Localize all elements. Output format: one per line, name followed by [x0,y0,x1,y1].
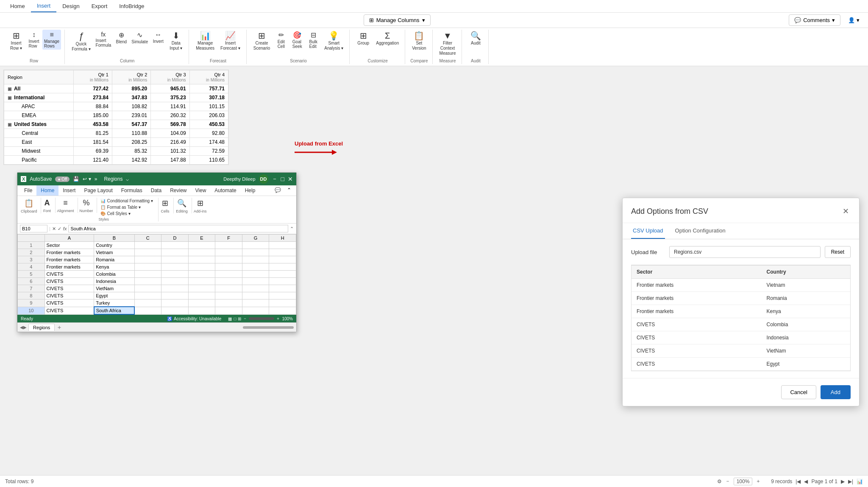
filter-context-button[interactable]: ▼ FilterContextMeasure [437,30,459,58]
excel-view-normal-icon[interactable]: ▦ [228,316,232,321]
excel-conditional-formatting-button[interactable]: 📊 Conditional Formatting ▾ [99,198,155,204]
excel-menu-review[interactable]: Review [166,185,191,196]
excel-cell-empty[interactable] [188,249,215,256]
excel-cell-empty[interactable] [269,249,296,256]
aggregation-button[interactable]: Σ Aggregation [373,30,401,48]
excel-cell-empty[interactable] [161,299,189,307]
excel-menu-pagelayout[interactable]: Page Layout [80,185,117,196]
excel-cell-empty[interactable] [134,249,161,256]
excel-cell-empty[interactable] [188,278,215,285]
excel-cell-empty[interactable] [161,292,189,299]
excel-menu-file[interactable]: File [20,185,36,196]
excel-number-button[interactable]: % [81,198,92,208]
excel-menu-automate[interactable]: Automate [210,185,240,196]
excel-autosave-toggle[interactable]: ● Off [55,176,70,182]
excel-cell-empty[interactable] [161,249,189,256]
excel-cell-b[interactable]: Country [94,242,134,249]
excel-cell-b[interactable]: South Africa [94,307,134,314]
excel-cell-empty[interactable] [134,263,161,271]
excel-cell-empty[interactable] [134,271,161,278]
insert-formula-button[interactable]: fx InsertFormula [94,30,113,49]
excel-minimize-icon[interactable]: － [272,175,278,183]
excel-alignment-button[interactable]: ≡ [61,198,70,208]
excel-cell-empty[interactable] [242,278,269,285]
excel-cell-empty[interactable] [215,242,242,249]
excel-cell-a[interactable]: CIVETS [45,299,94,307]
insert-row-button[interactable]: ⊞ InsertRow ▾ [7,30,25,53]
excel-more-icon[interactable]: » [95,176,97,182]
excel-cell-a[interactable]: CIVETS [45,307,94,314]
excel-undo-icon[interactable]: ↩ ▾ [83,176,91,182]
excel-close-icon[interactable]: ✕ [288,176,293,182]
quick-formula-button[interactable]: ƒ QuickFormula ▾ [69,30,93,53]
excel-cell-empty[interactable] [161,271,189,278]
excel-save-icon[interactable]: 💾 [73,176,79,182]
edit-cell-button[interactable]: ✏ EditCell [273,30,289,50]
excel-ribbon-collapse-icon[interactable]: ⌃ [284,185,294,196]
excel-cell-empty[interactable] [215,271,242,278]
tab-export[interactable]: Export [86,0,114,12]
excel-cell-empty[interactable] [269,263,296,271]
excel-menu-formulas[interactable]: Formulas [117,185,147,196]
excel-cell-empty[interactable] [188,263,215,271]
excel-view-layout-icon[interactable]: □ [234,316,236,321]
excel-cell-empty[interactable] [215,292,242,299]
insert-forecast-button[interactable]: 📈 InsertForecast ▾ [218,30,243,53]
excel-cell-b[interactable]: Indonesia [94,278,134,285]
tab-insert[interactable]: Insert [31,0,57,12]
excel-cell-empty[interactable] [188,292,215,299]
dialog-table-wrapper[interactable]: Sector Country Frontier markets Vietnam … [631,265,851,371]
excel-cell-empty[interactable] [269,299,296,307]
excel-scroll-right-icon[interactable]: ▶ [23,325,27,330]
excel-font-button[interactable]: A [43,198,52,208]
excel-cell-empty[interactable] [215,249,242,256]
excel-cell-empty[interactable] [269,278,296,285]
excel-cell-empty[interactable] [215,263,242,271]
excel-cell-b[interactable]: Kenya [94,263,134,271]
excel-menu-help[interactable]: Help [241,185,260,196]
excel-cell-empty[interactable] [161,242,189,249]
excel-format-as-table-button[interactable]: 📋 Format as Table ▾ [99,204,155,210]
excel-cell-empty[interactable] [215,307,242,314]
excel-cell-empty[interactable] [242,307,269,314]
excel-cell-empty[interactable] [134,278,161,285]
excel-cell-empty[interactable] [188,271,215,278]
expand-icon[interactable]: ▣ [8,122,11,127]
excel-cell-empty[interactable] [242,292,269,299]
excel-cell-empty[interactable] [242,242,269,249]
smart-analysis-button[interactable]: 💡 SmartAnalysis ▾ [322,30,346,53]
group-button[interactable]: ⊞ Group [354,30,373,48]
excel-cell-empty[interactable] [269,285,296,292]
excel-menu-insert[interactable]: Insert [58,185,80,196]
excel-cell-empty[interactable] [242,249,269,256]
excel-cell-empty[interactable] [134,285,161,292]
dialog-close-button[interactable]: ✕ [841,205,851,218]
excel-cell-a[interactable]: CIVETS [45,278,94,285]
excel-add-sheet-icon[interactable]: ＋ [56,324,62,331]
excel-cell-a[interactable]: CIVETS [45,292,94,299]
excel-restore-icon[interactable]: □ [281,176,284,182]
excel-cell-b[interactable]: Turkey [94,299,134,307]
excel-cell-empty[interactable] [215,256,242,263]
tab-design[interactable]: Design [56,0,85,12]
excel-cell-b[interactable]: Vietnam [94,249,134,256]
excel-cell-empty[interactable] [134,256,161,263]
dialog-tab-csv-upload[interactable]: CSV Upload [631,223,665,239]
excel-cell-empty[interactable] [269,242,296,249]
excel-cell-empty[interactable] [161,285,189,292]
tab-home[interactable]: Home [4,0,31,12]
excel-cell-empty[interactable] [242,285,269,292]
excel-cell-empty[interactable] [188,256,215,263]
excel-horizontal-scrollbar[interactable] [243,326,294,329]
excel-zoom-out-icon[interactable]: － [243,316,247,322]
excel-cell-empty[interactable] [188,285,215,292]
excel-sheet-tab-regions[interactable]: Regions [28,324,55,331]
excel-cell-empty[interactable] [269,271,296,278]
data-input-button[interactable]: ⬇ DataInput ▾ [167,30,185,53]
excel-cell-empty[interactable] [188,307,215,314]
cancel-button[interactable]: Cancel [781,385,816,399]
excel-cell-empty[interactable] [134,292,161,299]
excel-cell-b[interactable]: Romania [94,256,134,263]
manage-measures-button[interactable]: 📊 ManageMeasures [193,30,217,53]
user-button[interactable]: 👤 ▾ [845,15,863,25]
